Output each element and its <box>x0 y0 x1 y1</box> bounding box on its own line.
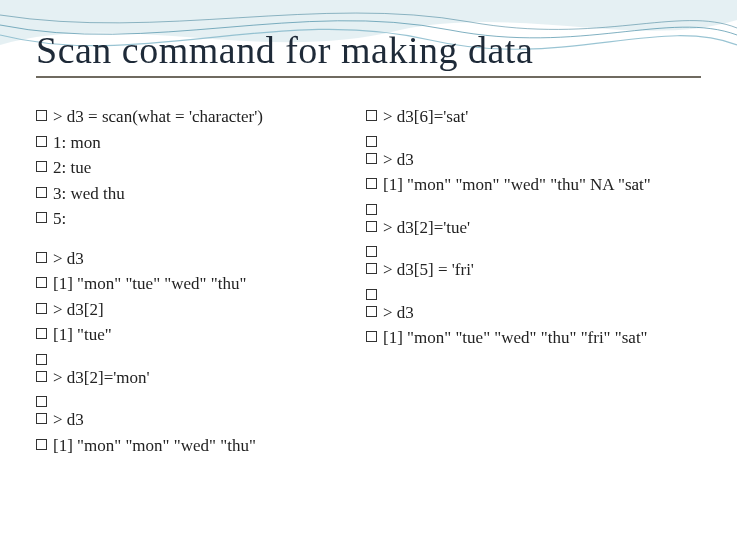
square-bullet-icon <box>36 439 47 450</box>
line-text: > d3 <box>383 147 696 173</box>
bullet-line: > d3[2]='mon' <box>36 365 336 391</box>
square-bullet-icon <box>366 306 377 317</box>
square-bullet-icon <box>366 204 377 215</box>
bullet-line: > d3[6]='sat' <box>366 104 696 130</box>
slide-title: Scan command for making data <box>36 28 701 72</box>
square-bullet-icon <box>36 303 47 314</box>
square-bullet-icon <box>366 331 377 342</box>
bullet-line <box>36 348 336 365</box>
slide-content: Scan command for making data > d3 = scan… <box>0 0 737 478</box>
bullet-line: 3: wed thu <box>36 181 336 207</box>
bullet-line <box>366 198 696 215</box>
line-text: 1: mon <box>53 130 336 156</box>
square-bullet-icon <box>36 328 47 339</box>
square-bullet-icon <box>366 289 377 300</box>
square-bullet-icon <box>36 187 47 198</box>
line-text: > d3[6]='sat' <box>383 104 696 130</box>
left-column: > d3 = scan(what = 'character')1: mon2: … <box>36 104 336 458</box>
line-text: [1] "mon" "mon" "wed" "thu" <box>53 433 336 459</box>
square-bullet-icon <box>36 396 47 407</box>
bullet-line <box>366 130 696 147</box>
line-text: > d3 <box>53 246 336 272</box>
bullet-line <box>366 283 696 300</box>
bullet-line <box>366 240 696 257</box>
line-text: [1] "mon" "tue" "wed" "thu" <box>53 271 336 297</box>
square-bullet-icon <box>36 413 47 424</box>
square-bullet-icon <box>36 212 47 223</box>
line-text: > d3[2]='mon' <box>53 365 336 391</box>
bullet-line: [1] "mon" "tue" "wed" "thu" <box>36 271 336 297</box>
line-text: 3: wed thu <box>53 181 336 207</box>
title-underline <box>36 76 701 78</box>
bullet-line: > d3 <box>36 407 336 433</box>
bullet-line: > d3 <box>36 246 336 272</box>
line-text: > d3[5] = 'fri' <box>383 257 696 283</box>
bullet-line: > d3 <box>366 300 696 326</box>
line-text: > d3 = scan(what = 'character') <box>53 104 336 130</box>
square-bullet-icon <box>366 136 377 147</box>
square-bullet-icon <box>36 354 47 365</box>
square-bullet-icon <box>366 110 377 121</box>
line-text: > d3[2] <box>53 297 336 323</box>
bullet-line: [1] "mon" "tue" "wed" "thu" "fri" "sat" <box>366 325 696 351</box>
blank-gap <box>36 232 336 246</box>
square-bullet-icon <box>36 136 47 147</box>
two-column-layout: > d3 = scan(what = 'character')1: mon2: … <box>36 104 701 458</box>
square-bullet-icon <box>366 263 377 274</box>
line-text: 5: <box>53 206 336 232</box>
square-bullet-icon <box>36 252 47 263</box>
bullet-line: > d3 = scan(what = 'character') <box>36 104 336 130</box>
square-bullet-icon <box>36 161 47 172</box>
square-bullet-icon <box>36 371 47 382</box>
bullet-line: [1] "mon" "mon" "wed" "thu" NA "sat" <box>366 172 696 198</box>
square-bullet-icon <box>366 178 377 189</box>
bullet-line: 2: tue <box>36 155 336 181</box>
bullet-line: 5: <box>36 206 336 232</box>
line-text: [1] "tue" <box>53 322 336 348</box>
line-text: > d3 <box>383 300 696 326</box>
square-bullet-icon <box>36 110 47 121</box>
right-column: > d3[6]='sat' > d3[1] "mon" "mon" "wed" … <box>366 104 696 458</box>
bullet-line: [1] "tue" <box>36 322 336 348</box>
line-text: > d3[2]='tue' <box>383 215 696 241</box>
bullet-line: > d3[2] <box>36 297 336 323</box>
line-text: [1] "mon" "mon" "wed" "thu" NA "sat" <box>383 172 696 198</box>
square-bullet-icon <box>366 153 377 164</box>
square-bullet-icon <box>366 221 377 232</box>
line-text: 2: tue <box>53 155 336 181</box>
square-bullet-icon <box>366 246 377 257</box>
bullet-line: > d3 <box>366 147 696 173</box>
square-bullet-icon <box>36 277 47 288</box>
bullet-line: > d3[5] = 'fri' <box>366 257 696 283</box>
bullet-line <box>36 390 336 407</box>
line-text: [1] "mon" "tue" "wed" "thu" "fri" "sat" <box>383 325 696 351</box>
bullet-line: > d3[2]='tue' <box>366 215 696 241</box>
line-text: > d3 <box>53 407 336 433</box>
bullet-line: 1: mon <box>36 130 336 156</box>
bullet-line: [1] "mon" "mon" "wed" "thu" <box>36 433 336 459</box>
